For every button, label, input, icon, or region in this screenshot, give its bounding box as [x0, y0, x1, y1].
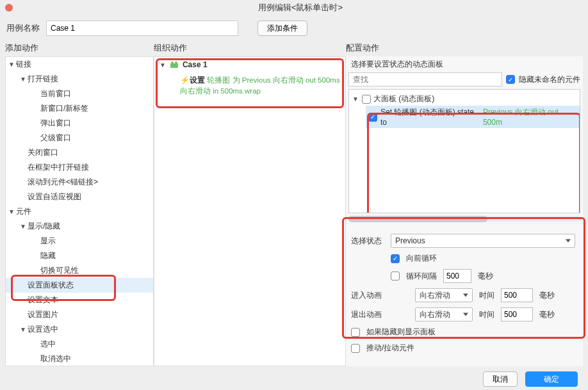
- tree-newwin[interactable]: 新窗口/新标签: [40, 103, 88, 114]
- loopfwd-checkbox[interactable]: [391, 254, 400, 263]
- carousel-set-label: Set 轮播图 (动态面板) state to: [380, 107, 480, 127]
- svg-point-2: [175, 61, 177, 64]
- bigpanel-checkbox[interactable]: [362, 95, 371, 104]
- hide-unnamed-checkbox[interactable]: [506, 75, 515, 84]
- col2-title: 组织动作: [154, 41, 346, 56]
- tree-comp[interactable]: 元件: [16, 206, 31, 217]
- tree-curwin[interactable]: 当前窗口: [40, 88, 71, 99]
- close-button[interactable]: [5, 4, 13, 12]
- outanim-time-input[interactable]: [501, 307, 533, 321]
- outanim-time-label: 时间: [479, 309, 494, 320]
- case-name-input[interactable]: [46, 20, 238, 36]
- case-row[interactable]: ▼ Case 1: [154, 57, 345, 72]
- inanim-time-input[interactable]: [501, 288, 533, 302]
- pushpull-checkbox[interactable]: [351, 344, 360, 353]
- pushpull-label: 推动/拉动元件: [366, 343, 414, 353]
- ok-button[interactable]: 确定: [525, 371, 578, 387]
- outanim-label: 退出动画: [351, 309, 384, 320]
- loopint-input[interactable]: [443, 269, 471, 283]
- carousel-checkbox[interactable]: [368, 113, 377, 122]
- loopint-label: 循环间隔: [406, 271, 437, 282]
- carousel-set-green: Previous 向右滑动 out 500m: [483, 107, 577, 127]
- case-name-label: 用例名称: [6, 22, 40, 34]
- loopint-unit: 毫秒: [478, 271, 493, 282]
- tree-hide[interactable]: 隐藏: [40, 250, 56, 261]
- search-input[interactable]: [348, 72, 502, 86]
- inanim-time-label: 时间: [479, 290, 494, 301]
- tree-setselected[interactable]: 设置选中: [28, 324, 58, 335]
- action-name: 设置: [190, 76, 205, 84]
- org-panel: ▼ Case 1 ⚡ 设置 轮播图 为 Previous 向右滑动 out 50…: [154, 56, 346, 366]
- loopfwd-label: 向前循环: [406, 253, 437, 264]
- tree-link[interactable]: 链接: [16, 59, 31, 70]
- loopint-checkbox[interactable]: [391, 272, 400, 280]
- action-bolt-icon: ⚡: [180, 75, 188, 86]
- hide-unnamed-label: 隐藏未命名的元件: [519, 74, 580, 85]
- inanim-unit: 毫秒: [539, 290, 555, 301]
- outanim-select[interactable]: 向右滑动: [415, 307, 473, 321]
- tree-popup[interactable]: 弹出窗口: [40, 118, 71, 129]
- inanim-select[interactable]: 向右滑动: [415, 288, 473, 302]
- tree-parent[interactable]: 父级窗口: [40, 133, 71, 143]
- showifhidden-label: 如果隐藏则显示面板: [366, 327, 436, 337]
- tree-openlink[interactable]: 打开链接: [28, 74, 58, 85]
- col1-title: 添加动作: [5, 41, 154, 56]
- svg-rect-0: [170, 63, 178, 68]
- panel-tree[interactable]: ▼ 大面板 (动态面板) Set 轮播图 (动态面板) state to Pre…: [348, 89, 580, 213]
- choose-panel-label: 选择要设置状态的动态面板: [346, 56, 583, 72]
- outanim-unit: 毫秒: [539, 309, 555, 320]
- config-panel: 选择要设置状态的动态面板 隐藏未命名的元件 ▼ 大面板 (动态面板) Set 轮…: [346, 56, 583, 366]
- tree-deselect[interactable]: 取消选中: [40, 353, 71, 364]
- footer: 取消 确定: [0, 366, 588, 387]
- showifhidden-checkbox[interactable]: [351, 328, 360, 337]
- case-label: Case 1: [183, 60, 208, 69]
- horizontal-scrollbar[interactable]: [348, 216, 580, 222]
- tree-scrollto[interactable]: 滚动到元件<锚链接>: [28, 177, 98, 188]
- tree-settext[interactable]: 设置文本: [28, 295, 58, 305]
- add-condition-button[interactable]: 添加条件: [257, 20, 307, 36]
- tree-closewin[interactable]: 关闭窗口: [28, 147, 58, 158]
- action-row[interactable]: ⚡ 设置 轮播图 为 Previous 向右滑动 out 500ms 向右滑动 …: [154, 72, 345, 100]
- titlebar: 用例编辑<鼠标单击时>: [0, 0, 588, 15]
- action-tree[interactable]: ▼链接 ▼打开链接 当前窗口 新窗口/新标签 弹出窗口 父级窗口 关闭窗口 在框…: [5, 56, 154, 366]
- tree-togglevis[interactable]: 切换可见性: [40, 265, 79, 276]
- tree-show[interactable]: 显示: [40, 236, 56, 247]
- panel-child-row[interactable]: Set 轮播图 (动态面板) state to Previous 向右滑动 ou…: [366, 106, 580, 128]
- svg-point-1: [171, 61, 174, 64]
- col3-title: 配置动作: [346, 41, 583, 56]
- tree-inframe[interactable]: 在框架中打开链接: [28, 162, 89, 173]
- case-icon: [170, 61, 179, 69]
- selstate-select[interactable]: Previous: [391, 234, 575, 248]
- tree-setstate[interactable]: 设置面板状态: [28, 280, 74, 291]
- selstate-label: 选择状态: [351, 236, 384, 247]
- top-row: 用例名称 添加条件: [0, 15, 588, 41]
- tree-setimage[interactable]: 设置图片: [28, 309, 58, 320]
- tree-adaptive[interactable]: 设置自适应视图: [28, 191, 81, 202]
- inanim-label: 进入动画: [351, 290, 384, 301]
- bigpanel-label[interactable]: 大面板 (动态面板): [373, 93, 434, 104]
- cancel-button[interactable]: 取消: [483, 371, 518, 387]
- tree-selected[interactable]: 选中: [40, 339, 56, 350]
- window-title: 用例编辑<鼠标单击时>: [18, 2, 583, 13]
- tree-showhide[interactable]: 显示/隐藏: [28, 221, 60, 232]
